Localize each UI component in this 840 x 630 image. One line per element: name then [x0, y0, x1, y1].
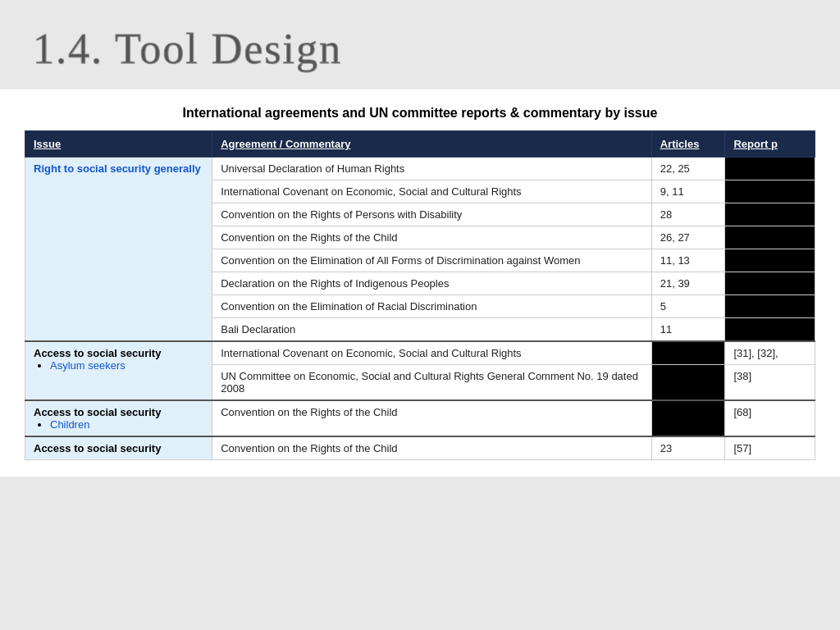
issue-cell: Access to social securityChildren	[25, 400, 212, 436]
agreement-cell: Convention on the Rights of the Child	[212, 400, 651, 436]
agreement-cell: Bali Declaration	[212, 318, 651, 342]
articles-cell	[651, 365, 725, 401]
issue-link[interactable]: Right to social security generally	[34, 162, 201, 175]
articles-cell	[651, 400, 725, 436]
articles-cell: 9, 11	[651, 180, 725, 203]
articles-cell: 26, 27	[651, 226, 725, 249]
agreement-cell: Convention on the Rights of the Child	[212, 436, 651, 460]
agreement-cell: Universal Declaration of Human Rights	[212, 158, 651, 180]
agreement-cell: Convention on the Elimination of All For…	[212, 249, 651, 272]
articles-cell: 28	[651, 203, 725, 226]
report-cell	[725, 318, 815, 342]
agreement-cell: International Covenant on Economic, Soci…	[212, 341, 651, 365]
report-cell	[725, 158, 815, 180]
report-cell	[725, 295, 815, 318]
table-row: Right to social security generallyUniver…	[25, 158, 815, 180]
report-cell: [31], [32],	[725, 341, 815, 365]
issue-cell: Right to social security generally	[25, 158, 212, 342]
issue-sub-link[interactable]: Children	[50, 418, 89, 431]
table-row: Access to social securityAsylum seekersI…	[25, 341, 815, 365]
table-caption: International agreements and UN committe…	[25, 106, 815, 121]
agreement-cell: International Covenant on Economic, Soci…	[212, 180, 651, 203]
agreement-cell: Convention on the Elimination of Racial …	[212, 295, 651, 318]
articles-cell: 5	[651, 295, 725, 318]
articles-cell	[651, 341, 725, 365]
issue-label: Access to social security	[34, 406, 161, 418]
col-articles: Articles	[651, 131, 725, 158]
issue-label: Access to social security	[34, 347, 161, 359]
articles-cell: 22, 25	[651, 158, 725, 180]
issue-label: Access to social security	[34, 442, 161, 454]
report-cell: [68]	[725, 400, 815, 436]
articles-cell: 11	[651, 318, 725, 342]
header-section: 1.4. Tool Design	[0, 0, 840, 89]
col-issue: Issue	[25, 131, 212, 158]
issue-cell: Access to social security	[25, 436, 212, 460]
report-cell: [38]	[725, 365, 815, 401]
table-header-row: Issue Agreement / Commentary Articles Re…	[25, 131, 815, 158]
articles-cell: 21, 39	[651, 272, 725, 295]
report-cell	[725, 249, 815, 272]
col-agreement: Agreement / Commentary	[212, 131, 651, 158]
report-cell: [57]	[725, 436, 815, 460]
main-table: Issue Agreement / Commentary Articles Re…	[25, 130, 815, 460]
page-title: 1.4. Tool Design	[33, 25, 807, 73]
col-report: Report p	[725, 131, 815, 158]
report-cell	[725, 180, 815, 203]
content-section: International agreements and UN committe…	[0, 89, 840, 477]
report-cell	[725, 272, 815, 295]
articles-cell: 11, 13	[651, 249, 725, 272]
agreement-cell: Convention on the Rights of Persons with…	[212, 203, 651, 226]
agreement-cell: Declaration on the Rights of Indigenous …	[212, 272, 651, 295]
table-row: Access to social securityConvention on t…	[25, 436, 815, 460]
issue-cell: Access to social securityAsylum seekers	[25, 341, 212, 400]
agreement-cell: UN Committee on Economic, Social and Cul…	[212, 365, 651, 401]
report-cell	[725, 226, 815, 249]
issue-sub-link[interactable]: Asylum seekers	[50, 359, 126, 372]
agreement-cell: Convention on the Rights of the Child	[212, 226, 651, 249]
report-cell	[725, 203, 815, 226]
articles-cell: 23	[651, 436, 725, 460]
table-row: Access to social securityChildrenConvent…	[25, 400, 815, 436]
